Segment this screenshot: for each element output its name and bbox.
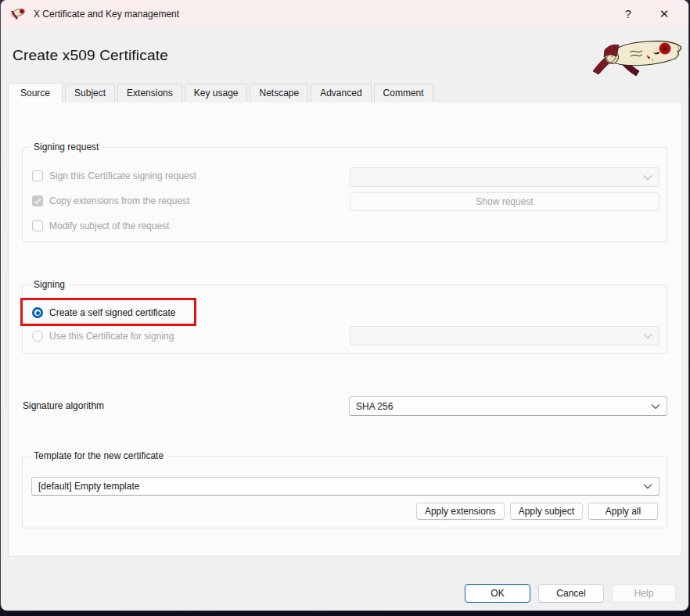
chevron-down-icon [651, 403, 660, 410]
page-title: Create x509 Certificate [13, 47, 168, 64]
checkbox-modify-subject: Modify subject of the request [32, 219, 169, 233]
apply-extensions-button[interactable]: Apply extensions [416, 503, 505, 520]
signature-algorithm-label: Signature algorithm [23, 400, 104, 411]
app-logo-icon [9, 7, 27, 21]
signing-group: Signing Create a self signed certificate… [22, 285, 667, 354]
checkbox-checked-icon [32, 195, 43, 206]
tab-key-usage[interactable]: Key usage [185, 84, 248, 102]
template-group: Template for the new certificate [defaul… [22, 456, 667, 528]
tab-comment[interactable]: Comment [374, 84, 433, 102]
signing-request-legend: Signing request [30, 141, 102, 153]
cancel-button[interactable]: Cancel [538, 584, 604, 603]
dialog-body: Create x509 Certificate Source Subject E… [1, 27, 688, 611]
show-request-button: Show request [350, 192, 659, 211]
template-legend: Template for the new certificate [30, 450, 167, 462]
footer-button-row: OK Cancel Help [465, 584, 676, 603]
signing-request-group: Signing request Sign this Certificate si… [22, 147, 667, 242]
tab-advanced[interactable]: Advanced [311, 84, 371, 102]
window-title: X Certificate and Key management [34, 9, 179, 20]
tab-bar: Source Subject Extensions Key usage Nets… [8, 83, 433, 102]
apply-subject-button[interactable]: Apply subject [510, 503, 583, 520]
source-tab-panel: Signing request Sign this Certificate si… [8, 101, 682, 557]
help-button: Help [612, 584, 676, 603]
signature-algorithm-dropdown[interactable]: SHA 256 [349, 396, 667, 416]
checkbox-copy-extensions: Copy extensions from the request [32, 194, 189, 208]
chevron-down-icon [643, 333, 652, 339]
checkbox-icon [32, 220, 43, 231]
csr-dropdown [350, 167, 659, 187]
close-icon[interactable]: ✕ [646, 0, 682, 27]
titlebar: X Certificate and Key management ? ✕ [1, 0, 688, 27]
tab-subject[interactable]: Subject [65, 84, 115, 102]
tab-source[interactable]: Source [8, 83, 63, 103]
template-buttons-row: Apply extensions Apply subject Apply all [416, 503, 658, 520]
chevron-down-icon [643, 174, 652, 181]
ok-button[interactable]: OK [465, 584, 530, 603]
xca-dialog-window: X Certificate and Key management ? ✕ Cre… [1, 0, 688, 611]
radio-selected-icon [32, 307, 43, 318]
tab-netscape[interactable]: Netscape [250, 84, 308, 102]
tab-extensions[interactable]: Extensions [117, 84, 182, 102]
checkbox-sign-csr: Sign this Certificate signing request [32, 169, 196, 183]
help-titlebar-button[interactable]: ? [610, 0, 646, 27]
chevron-down-icon [643, 483, 652, 489]
titlebar-controls: ? ✕ [610, 0, 688, 27]
signing-legend: Signing [30, 279, 69, 291]
radio-self-signed[interactable]: Create a self signed certificate [32, 306, 175, 320]
xca-scroll-logo [589, 35, 685, 81]
ca-certificate-dropdown [350, 326, 659, 346]
apply-all-button[interactable]: Apply all [588, 503, 658, 520]
radio-use-certificate: Use this Certificate for signing [32, 329, 174, 343]
template-dropdown[interactable]: [default] Empty template [31, 477, 659, 496]
radio-icon [32, 331, 43, 342]
checkbox-icon [32, 170, 43, 181]
